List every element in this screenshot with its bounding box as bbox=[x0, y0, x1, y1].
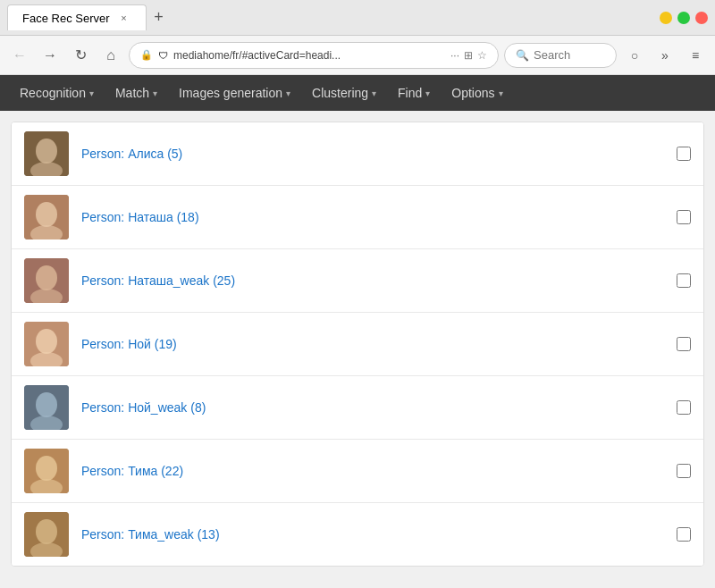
avatar-svg bbox=[24, 258, 69, 303]
new-tab-button[interactable]: + bbox=[147, 5, 172, 30]
svg-point-19 bbox=[36, 519, 57, 544]
person-list: Person: Алиса (5) Person: Наташа (18) Pe… bbox=[11, 122, 704, 567]
person-link[interactable]: Person: Тима (22) bbox=[81, 464, 664, 478]
nav-item-label: Options bbox=[451, 86, 494, 100]
person-row: Person: Ной_weak (8) bbox=[12, 376, 703, 440]
avatar-svg bbox=[24, 385, 69, 430]
person-avatar bbox=[24, 385, 69, 430]
person-row: Person: Ной (19) bbox=[12, 313, 703, 376]
address-bar: ← → ↻ ⌂ 🔒 🛡 mediahome/fr/#activeCard=hea… bbox=[0, 36, 715, 75]
person-avatar bbox=[24, 512, 69, 557]
tab-close-button[interactable]: × bbox=[117, 11, 131, 25]
nav-item-label: Clustering bbox=[312, 86, 368, 100]
avatar-svg bbox=[24, 322, 69, 366]
close-window-button[interactable] bbox=[695, 12, 708, 24]
person-avatar bbox=[24, 322, 69, 366]
bookmark-icon[interactable]: ☆ bbox=[477, 49, 487, 62]
browser-tab[interactable]: Face Rec Server × bbox=[7, 4, 147, 30]
url-text: mediahome/fr/#activeCard=headi... bbox=[173, 49, 445, 62]
person-select-checkbox[interactable] bbox=[677, 464, 691, 478]
nav-item-images-generation[interactable]: Images generation▾ bbox=[170, 80, 299, 105]
title-bar: Face Rec Server × + bbox=[0, 0, 715, 36]
forward-button[interactable]: → bbox=[38, 43, 63, 68]
svg-point-10 bbox=[36, 329, 57, 354]
nav-item-label: Recognition bbox=[20, 86, 86, 100]
minimize-button[interactable] bbox=[660, 12, 672, 24]
person-link[interactable]: Person: Алиса (5) bbox=[81, 147, 664, 161]
window-controls bbox=[660, 12, 708, 24]
svg-point-7 bbox=[36, 265, 57, 290]
person-avatar bbox=[24, 258, 69, 303]
avatar-svg bbox=[24, 131, 69, 176]
circle-button[interactable]: ○ bbox=[622, 43, 647, 68]
nav-arrow-icon: ▾ bbox=[372, 88, 376, 98]
extensions-button[interactable]: » bbox=[652, 43, 677, 68]
url-icons: ··· ⊞ ☆ bbox=[450, 49, 487, 62]
person-row: Person: Тима (22) bbox=[12, 440, 703, 503]
nav-arrow-icon: ▾ bbox=[89, 88, 94, 98]
person-avatar bbox=[24, 449, 69, 493]
person-link[interactable]: Person: Ной_weak (8) bbox=[81, 400, 664, 415]
home-button[interactable]: ⌂ bbox=[98, 43, 123, 68]
person-avatar bbox=[24, 195, 69, 239]
svg-point-4 bbox=[36, 202, 57, 227]
nav-arrow-icon: ▾ bbox=[499, 88, 503, 98]
person-select-checkbox[interactable] bbox=[677, 210, 691, 224]
person-link[interactable]: Person: Ной (19) bbox=[81, 337, 664, 351]
person-select-checkbox[interactable] bbox=[677, 337, 691, 351]
avatar-svg bbox=[24, 449, 69, 493]
shield-icon: 🛡 bbox=[158, 50, 168, 61]
nav-arrow-icon: ▾ bbox=[153, 88, 157, 98]
tab-title: Face Rec Server bbox=[22, 12, 110, 25]
search-input[interactable] bbox=[534, 48, 605, 62]
refresh-button[interactable]: ↻ bbox=[68, 43, 93, 68]
menu-button[interactable]: ≡ bbox=[683, 43, 708, 68]
nav-item-find[interactable]: Find▾ bbox=[389, 80, 439, 105]
search-bar[interactable]: 🔍 bbox=[504, 43, 617, 68]
nav-item-label: Match bbox=[115, 86, 149, 100]
nav-menu: Recognition▾Match▾Images generation▾Clus… bbox=[0, 75, 715, 111]
person-link[interactable]: Person: Тима_weak (13) bbox=[81, 527, 664, 542]
content-area: Person: Алиса (5) Person: Наташа (18) Pe… bbox=[0, 111, 715, 588]
person-select-checkbox[interactable] bbox=[677, 400, 691, 415]
maximize-button[interactable] bbox=[677, 12, 690, 24]
url-bar[interactable]: 🔒 🛡 mediahome/fr/#activeCard=headi... ··… bbox=[129, 42, 499, 69]
svg-point-1 bbox=[36, 139, 57, 164]
person-row: Person: Алиса (5) bbox=[12, 122, 703, 186]
search-icon: 🔍 bbox=[516, 49, 529, 62]
person-row: Person: Тима_weak (13) bbox=[12, 503, 703, 566]
nav-item-label: Find bbox=[398, 86, 422, 100]
person-avatar bbox=[24, 131, 69, 176]
svg-point-16 bbox=[36, 456, 57, 481]
nav-arrow-icon: ▾ bbox=[286, 88, 290, 98]
avatar-svg bbox=[24, 512, 69, 557]
nav-item-label: Images generation bbox=[179, 86, 282, 100]
nav-item-clustering[interactable]: Clustering▾ bbox=[303, 80, 385, 105]
lock-icon: 🔒 bbox=[140, 49, 153, 61]
person-select-checkbox[interactable] bbox=[677, 273, 691, 288]
person-link[interactable]: Person: Наташа_weak (25) bbox=[81, 273, 664, 288]
person-link[interactable]: Person: Наташа (18) bbox=[81, 210, 664, 224]
svg-point-13 bbox=[36, 392, 57, 417]
person-row: Person: Наташа (18) bbox=[12, 186, 703, 249]
person-select-checkbox[interactable] bbox=[677, 147, 691, 161]
back-button[interactable]: ← bbox=[7, 43, 32, 68]
more-icon[interactable]: ··· bbox=[450, 49, 459, 62]
person-select-checkbox[interactable] bbox=[677, 527, 691, 542]
nav-item-match[interactable]: Match▾ bbox=[106, 80, 166, 105]
nav-item-options[interactable]: Options▾ bbox=[442, 80, 511, 105]
avatar-svg bbox=[24, 195, 69, 239]
person-row: Person: Наташа_weak (25) bbox=[12, 249, 703, 313]
nav-item-recognition[interactable]: Recognition▾ bbox=[11, 80, 103, 105]
nav-arrow-icon: ▾ bbox=[425, 88, 430, 98]
pocket-icon: ⊞ bbox=[464, 49, 473, 62]
